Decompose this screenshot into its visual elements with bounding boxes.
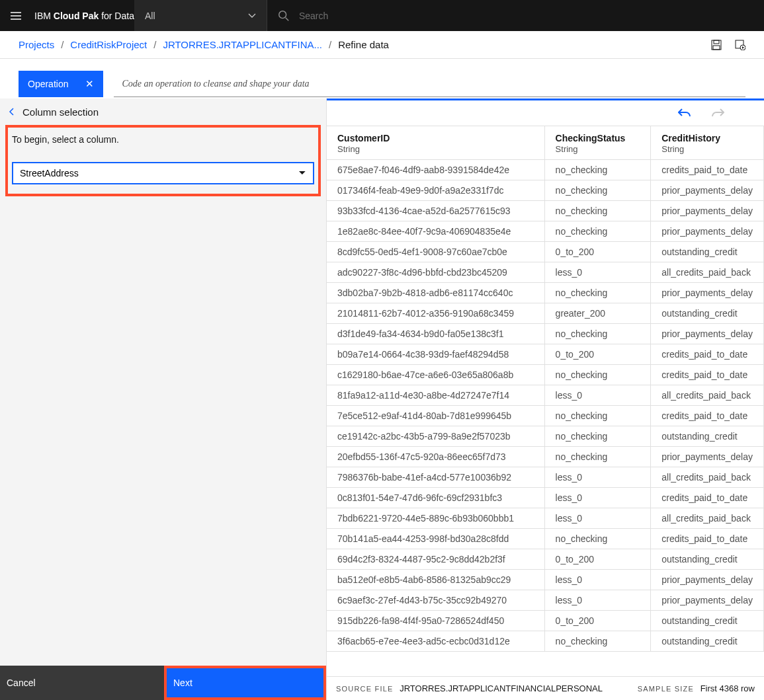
table-cell: less_0 bbox=[544, 570, 651, 590]
breadcrumb-link-projects[interactable]: Projects bbox=[19, 39, 54, 50]
breadcrumb-link-asset[interactable]: JRTORRES.JRTAPPLICANTFINA... bbox=[163, 39, 322, 50]
table-row[interactable]: 675e8ae7-f046-4df9-aab8-9391584de42eno_c… bbox=[327, 160, 764, 180]
table-cell: outstanding_credit bbox=[651, 631, 764, 652]
search-input[interactable] bbox=[299, 11, 753, 21]
table-row[interactable]: 3f6acb65-e7ee-4ee3-ad5c-ecbc0d31d12eno_c… bbox=[327, 631, 764, 652]
table-row[interactable]: b09a7e14-0664-4c38-93d9-faef48294d580_to… bbox=[327, 344, 764, 365]
table-cell: d3f1de49-fa34-4634-b9d0-fa05e138c3f1 bbox=[327, 324, 544, 344]
table-cell: credits_paid_to_date bbox=[651, 365, 764, 385]
table-cell: all_credits_paid_back bbox=[651, 467, 764, 488]
table-cell: no_checking bbox=[544, 365, 651, 385]
table-cell: 3db02ba7-9b2b-4818-adb6-e81174cc640c bbox=[327, 283, 544, 303]
save-icon[interactable] bbox=[711, 40, 722, 50]
table-row[interactable]: 21014811-62b7-4012-a356-9190a68c3459grea… bbox=[327, 303, 764, 324]
table-cell: prior_payments_delay bbox=[651, 201, 764, 221]
column-select-dropdown[interactable] bbox=[12, 162, 314, 184]
main-menu-icon[interactable] bbox=[0, 0, 32, 31]
breadcrumb-link-project[interactable]: CreditRiskProject bbox=[70, 39, 147, 50]
table-cell: greater_200 bbox=[544, 303, 651, 324]
table-cell: 70b141a5-ea44-4253-998f-bd30a28c8fdd bbox=[327, 529, 544, 549]
table-cell: no_checking bbox=[544, 160, 651, 180]
table-cell: 0_to_200 bbox=[544, 611, 651, 631]
table-row[interactable]: 3db02ba7-9b2b-4818-adb6-e81174cc640cno_c… bbox=[327, 283, 764, 303]
table-cell: no_checking bbox=[544, 324, 651, 344]
sourcefile-value: JRTORRES.JRTAPPLICANTFINANCIALPERSONAL bbox=[400, 683, 603, 693]
cancel-button[interactable]: Cancel bbox=[0, 666, 164, 700]
table-row[interactable]: 81fa9a12-a11d-4e30-a8be-4d27247e7f14less… bbox=[327, 385, 764, 406]
table-cell: less_0 bbox=[544, 467, 651, 488]
table-cell: credits_paid_to_date bbox=[651, 406, 764, 426]
table-cell: less_0 bbox=[544, 385, 651, 406]
table-cell: outstanding_credit bbox=[651, 426, 764, 447]
table-row[interactable]: 20efbd55-136f-47c5-920a-86eec65f7d73no_c… bbox=[327, 447, 764, 467]
breadcrumb: Projects / CreditRiskProject / JRTORRES.… bbox=[19, 39, 389, 50]
table-cell: credits_paid_to_date bbox=[651, 160, 764, 180]
table-cell: no_checking bbox=[544, 426, 651, 447]
table-row[interactable]: 6c9aef3c-27ef-4d43-b75c-35cc92b49270less… bbox=[327, 590, 764, 611]
scope-dropdown[interactable]: All bbox=[134, 0, 267, 31]
table-cell: ba512e0f-e8b5-4ab6-8586-81325ab9cc29 bbox=[327, 570, 544, 590]
table-cell: 0c813f01-54e7-47d6-96fc-69cf2931bfc3 bbox=[327, 488, 544, 508]
table-cell: no_checking bbox=[544, 221, 651, 242]
svg-rect-2 bbox=[714, 40, 719, 44]
column-header[interactable]: CustomerIDString bbox=[327, 126, 544, 160]
table-cell: all_credits_paid_back bbox=[651, 508, 764, 529]
back-icon[interactable] bbox=[8, 106, 16, 118]
next-button[interactable]: Next bbox=[167, 668, 323, 697]
table-cell: 1e82ae8c-84ee-40f7-9c9a-406904835e4e bbox=[327, 221, 544, 242]
table-row[interactable]: 0c813f01-54e7-47d6-96fc-69cf2931bfc3less… bbox=[327, 488, 764, 508]
column-header[interactable]: CreditHistoryString bbox=[651, 126, 764, 160]
operation-code-input[interactable]: Code an operation to cleanse and shape y… bbox=[114, 71, 745, 97]
svg-point-0 bbox=[279, 11, 286, 18]
table-cell: prior_payments_delay bbox=[651, 283, 764, 303]
table-row[interactable]: 93b33fcd-4136-4cae-a52d-6a2577615c93no_c… bbox=[327, 201, 764, 221]
table-row[interactable]: ce19142c-a2bc-43b5-a799-8a9e2f57023bno_c… bbox=[327, 426, 764, 447]
table-cell: 017346f4-feab-49e9-9d0f-a9a2e331f7dc bbox=[327, 180, 544, 201]
table-row[interactable]: 8cd9fc55-0ed5-4ef1-9008-97c60ae7cb0e0_to… bbox=[327, 242, 764, 262]
table-cell: 93b33fcd-4136-4cae-a52d-6a2577615c93 bbox=[327, 201, 544, 221]
table-row[interactable]: 1e82ae8c-84ee-40f7-9c9a-406904835e4eno_c… bbox=[327, 221, 764, 242]
status-bar: SOURCE FILE JRTORRES.JRTAPPLICANTFINANCI… bbox=[327, 676, 764, 700]
table-row[interactable]: 70b141a5-ea44-4253-998f-bd30a28c8fddno_c… bbox=[327, 529, 764, 549]
save-run-icon[interactable] bbox=[735, 40, 745, 50]
operation-code-placeholder: Code an operation to cleanse and shape y… bbox=[122, 79, 309, 89]
table-cell: less_0 bbox=[544, 488, 651, 508]
table-cell: 7bdb6221-9720-44e5-889c-6b93b060bbb1 bbox=[327, 508, 544, 529]
table-row[interactable]: 7986376b-babe-41ef-a4cd-577e10036b92less… bbox=[327, 467, 764, 488]
table-row[interactable]: 69d4c2f3-8324-4487-95c2-9c8dd42b2f3f0_to… bbox=[327, 549, 764, 570]
operation-chip-label: Operation bbox=[28, 79, 68, 89]
operation-chip[interactable]: Operation ✕ bbox=[19, 71, 103, 97]
table-cell: c1629180-b6ae-47ce-a6e6-03e65a806a8b bbox=[327, 365, 544, 385]
table-cell: less_0 bbox=[544, 508, 651, 529]
table-cell: 3f6acb65-e7ee-4ee3-ad5c-ecbc0d31d12e bbox=[327, 631, 544, 652]
table-cell: adc90227-3f8c-4d96-bbfd-cbd23bc45209 bbox=[327, 262, 544, 283]
table-row[interactable]: adc90227-3f8c-4d96-bbfd-cbd23bc45209less… bbox=[327, 262, 764, 283]
table-cell: less_0 bbox=[544, 262, 651, 283]
column-select-value[interactable] bbox=[20, 168, 298, 178]
table-cell: less_0 bbox=[544, 590, 651, 611]
table-cell: 69d4c2f3-8324-4487-95c2-9c8dd42b2f3f bbox=[327, 549, 544, 570]
table-cell: 675e8ae7-f046-4df9-aab8-9391584de42e bbox=[327, 160, 544, 180]
table-row[interactable]: d3f1de49-fa34-4634-b9d0-fa05e138c3f1no_c… bbox=[327, 324, 764, 344]
table-cell: no_checking bbox=[544, 180, 651, 201]
column-select-highlight: To begin, select a column. bbox=[5, 125, 321, 196]
table-cell: outstanding_credit bbox=[651, 549, 764, 570]
sourcefile-label: SOURCE FILE bbox=[336, 685, 394, 693]
table-cell: credits_paid_to_date bbox=[651, 529, 764, 549]
table-cell: 7e5ce512-e9af-41d4-80ab-7d81e999645b bbox=[327, 406, 544, 426]
undo-icon[interactable] bbox=[678, 107, 691, 119]
column-select-prompt: To begin, select a column. bbox=[12, 134, 314, 145]
table-cell: no_checking bbox=[544, 201, 651, 221]
column-header[interactable]: CheckingStatusString bbox=[544, 126, 651, 160]
table-cell: no_checking bbox=[544, 406, 651, 426]
table-row[interactable]: 7e5ce512-e9af-41d4-80ab-7d81e999645bno_c… bbox=[327, 406, 764, 426]
close-icon[interactable]: ✕ bbox=[85, 78, 94, 90]
table-row[interactable]: 915db226-fa98-4f4f-95a0-7286524df4500_to… bbox=[327, 611, 764, 631]
table-row[interactable]: 7bdb6221-9720-44e5-889c-6b93b060bbb1less… bbox=[327, 508, 764, 529]
table-cell: no_checking bbox=[544, 529, 651, 549]
table-cell: all_credits_paid_back bbox=[651, 385, 764, 406]
table-row[interactable]: c1629180-b6ae-47ce-a6e6-03e65a806a8bno_c… bbox=[327, 365, 764, 385]
table-row[interactable]: 017346f4-feab-49e9-9d0f-a9a2e331f7dcno_c… bbox=[327, 180, 764, 201]
table-row[interactable]: ba512e0f-e8b5-4ab6-8586-81325ab9cc29less… bbox=[327, 570, 764, 590]
search-icon[interactable] bbox=[278, 10, 290, 22]
